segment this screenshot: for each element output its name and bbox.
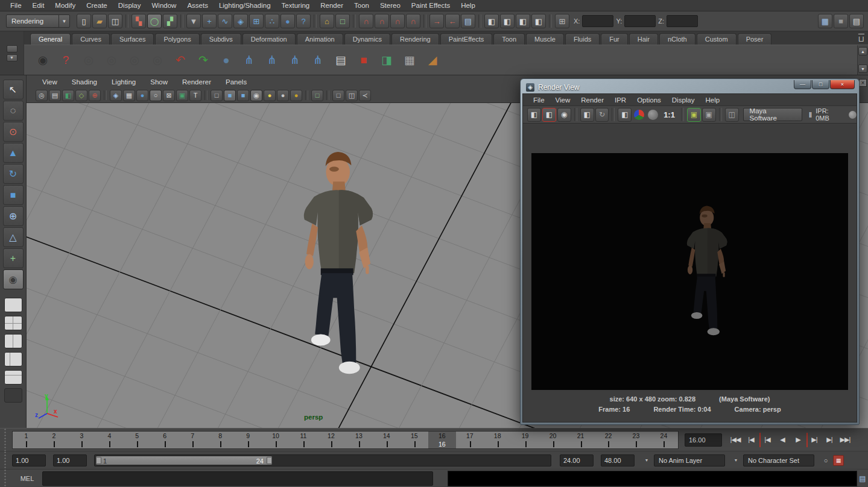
smooth-shade-cube-icon[interactable]: ■ <box>224 90 236 101</box>
ik-handle-icon[interactable]: ⋔ <box>262 50 282 71</box>
remove-image-icon[interactable]: ▣ <box>702 108 716 122</box>
move-tool-icon[interactable]: ▲ <box>3 143 24 163</box>
pause-ipr-icon[interactable]: ‖ <box>809 110 813 119</box>
script-editor-icon[interactable]: ▤ <box>857 472 868 485</box>
one-to-one-zoom-button[interactable]: 1:1 <box>664 110 675 119</box>
shelf-tab-painteffects[interactable]: PaintEffects <box>440 33 493 45</box>
bounding-box-cube-icon[interactable]: ■ <box>237 90 249 101</box>
menu-edit[interactable]: Edit <box>27 2 50 9</box>
output-connections-icon[interactable]: ← <box>445 14 460 28</box>
shelf-tab-toon[interactable]: Toon <box>493 33 525 45</box>
bookmarks-icon[interactable]: ◧ <box>62 90 74 101</box>
timeline-frame-3[interactable]: 3 <box>68 432 96 448</box>
render-settings-icon[interactable]: ◧ <box>516 14 530 28</box>
select-hierarchy-icon[interactable]: ▚ <box>131 14 146 28</box>
share-view-icon[interactable]: ≺ <box>359 90 371 101</box>
render-view-menu-options[interactable]: Options <box>632 96 667 104</box>
isolate-select-icon[interactable]: □ <box>311 90 323 101</box>
display-options-icon[interactable]: ◫ <box>725 108 739 122</box>
timeline-frame-11[interactable]: 11 <box>290 432 318 448</box>
show-manipulator-icon[interactable]: + <box>3 248 24 268</box>
timeline-frame-21[interactable]: 21 <box>567 432 595 448</box>
snap-view-plane-icon[interactable]: ⊞ <box>249 14 264 28</box>
hud-text-icon[interactable]: T <box>189 90 201 101</box>
layout-hypergraph[interactable] <box>4 388 22 403</box>
2d-pan-zoom-icon[interactable]: ⊕ <box>89 90 101 101</box>
render-view-titlebar[interactable]: ◈ Render View — □ × <box>522 81 857 93</box>
step-back-key-button[interactable]: |◀ <box>744 433 758 447</box>
save-scene-icon[interactable]: ◫ <box>108 14 122 28</box>
step-forward-key-button[interactable]: ▶| <box>822 433 837 447</box>
timeline-frame-7[interactable]: 7 <box>179 432 207 448</box>
timeline-frame-5[interactable]: 5 <box>124 432 151 448</box>
hypergraph-icon[interactable]: ▤ <box>331 50 351 71</box>
camera-aim-icon[interactable]: ◎ <box>101 50 122 71</box>
layout-graph-persp[interactable] <box>4 370 22 385</box>
light-default-icon[interactable]: ● <box>264 90 276 101</box>
snap-help-icon[interactable]: ? <box>296 14 311 28</box>
shelf-tab-subdivs[interactable]: Subdivs <box>201 33 241 45</box>
timeline-frame-9[interactable]: 9 <box>235 432 262 448</box>
viewport-menu-panels[interactable]: Panels <box>220 78 253 86</box>
shelf-tab-ncloth[interactable]: nCloth <box>659 33 695 45</box>
shelf-help-icon[interactable]: ? <box>55 50 76 71</box>
render-icon[interactable]: ◧ <box>527 108 541 122</box>
viewport-menu-lighting[interactable]: Lighting <box>106 78 142 86</box>
scroll-up-icon[interactable]: ▲ <box>858 47 867 55</box>
menu-set-selector[interactable]: Rendering ▼ <box>6 14 70 28</box>
character-model[interactable] <box>284 147 398 395</box>
shelf-tab-fur[interactable]: Fur <box>601 33 628 45</box>
keep-image-icon[interactable]: ▣ <box>687 108 701 122</box>
shelf-tab-hair[interactable]: Hair <box>629 33 658 45</box>
select-object-icon[interactable]: ◯ <box>147 14 162 28</box>
shelf-tab-curves[interactable]: Curves <box>72 33 110 45</box>
shelf-tab-polygons[interactable]: Polygons <box>155 33 199 45</box>
auto-keyframe-icon[interactable]: ○ <box>820 455 831 466</box>
lasso-tool-icon[interactable]: ◌ <box>3 101 24 121</box>
play-backwards-button[interactable]: ◀ <box>775 433 790 447</box>
make-live-point-icon[interactable]: ∩ <box>390 14 405 28</box>
shelf-tab-surfaces[interactable]: Surfaces <box>111 33 154 45</box>
shelf-tab-muscle[interactable]: Muscle <box>526 33 564 45</box>
paint-select-tool-icon[interactable]: ⊙ <box>3 122 24 142</box>
x-coordinate-input[interactable] <box>582 15 613 27</box>
shelf-tab-poser[interactable]: Poser <box>738 33 772 45</box>
timeline-frame-14[interactable]: 14 <box>373 432 401 448</box>
playback-end-field[interactable] <box>560 454 594 467</box>
menu-assets[interactable]: Assets <box>182 2 214 9</box>
make-live-curve-icon[interactable]: ∩ <box>375 14 389 28</box>
viewport-menu-renderer[interactable]: Renderer <box>176 78 217 86</box>
playback-range-bar[interactable]: 1 24 <box>96 456 272 465</box>
menu-lighting-shading[interactable]: Lighting/Shading <box>214 2 276 9</box>
tool-settings-icon[interactable]: ≡ <box>834 14 848 28</box>
range-slider-grip[interactable] <box>0 451 12 469</box>
rendered-image-area[interactable] <box>531 153 848 390</box>
shelf-tab-fluids[interactable]: Fluids <box>565 33 600 45</box>
menu-help[interactable]: Help <box>455 2 481 9</box>
step-back-frame-button[interactable]: |◀ <box>759 433 774 447</box>
xray-mode-icon[interactable]: ⊠ <box>163 90 175 101</box>
shelf-tab-dynamics[interactable]: Dynamics <box>344 33 390 45</box>
make-live-grid-icon[interactable]: ∩ <box>359 14 373 28</box>
insert-joint-icon[interactable]: ⋔ <box>308 50 328 71</box>
animation-preferences-icon[interactable]: ▦ <box>833 455 844 466</box>
layout-outliner-persp[interactable] <box>4 352 22 366</box>
menu-create[interactable]: Create <box>81 2 113 9</box>
render-view-menu-display[interactable]: Display <box>667 96 700 104</box>
textured-mode-icon[interactable]: ▣ <box>176 90 188 101</box>
playback-start-field[interactable] <box>53 454 87 467</box>
minimize-button[interactable]: — <box>794 80 811 89</box>
input-connections-icon[interactable]: → <box>429 14 444 28</box>
shelf-tab-animation[interactable]: Animation <box>297 33 343 45</box>
undo-icon[interactable]: ↶ <box>170 50 191 71</box>
render-view-menu-render[interactable]: Render <box>575 96 609 104</box>
z-coordinate-input[interactable] <box>667 15 698 27</box>
snap-point-icon[interactable]: ∴ <box>265 14 279 28</box>
wireframe-mode-icon[interactable]: ◈ <box>110 90 122 101</box>
snap-center-icon[interactable]: ● <box>280 14 295 28</box>
render-view-menu-ipr[interactable]: IPR <box>609 96 632 104</box>
timeline-frame-20[interactable]: 20 <box>539 432 567 448</box>
snap-together-icon[interactable]: ■ <box>353 50 374 71</box>
command-line-grip[interactable] <box>0 470 12 487</box>
time-slider-grip[interactable] <box>0 429 12 451</box>
